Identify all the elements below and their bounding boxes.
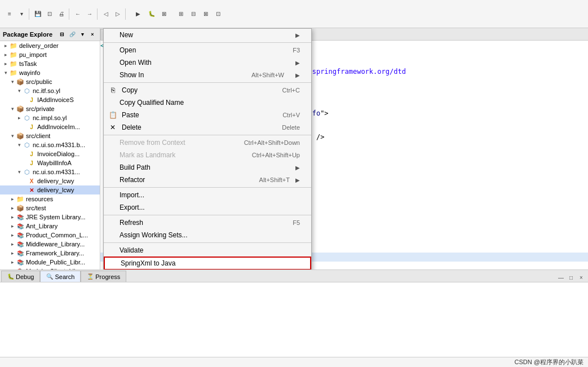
toggle-jre[interactable]: ▸ <box>9 214 16 220</box>
tree-item-product-common[interactable]: ▸ 📚 Product_Common_L... <box>0 231 100 240</box>
tree-item-delivery-lcwy2[interactable]: ✕ delivery_lcwy <box>0 185 100 194</box>
tree-item-iadd[interactable]: J IAddInvoiceS <box>0 95 100 104</box>
toolbar-btn-m1[interactable]: ⊞ <box>175 8 187 20</box>
toolbar-btn-r3[interactable]: ⊠ <box>158 8 170 20</box>
toggle-src-test[interactable]: ▸ <box>9 205 16 211</box>
run-btn[interactable]: ▶ <box>131 8 145 20</box>
tree-item-wayinfo[interactable]: ▾ 📁 wayinfo <box>0 68 100 77</box>
toolbar-btn-back[interactable]: ← <box>72 8 83 20</box>
tab-search[interactable]: 🔍 Search <box>40 271 81 282</box>
toolbar-btn-prev[interactable]: ◁ <box>100 8 112 20</box>
tree-item-pu-import[interactable]: ▸ 📁 pu_import <box>0 50 100 59</box>
toggle-middleware[interactable]: ▸ <box>9 241 16 247</box>
tree-item-ant[interactable]: ▸ 📚 Ant_Library <box>0 222 100 231</box>
tree-item-jre[interactable]: ▸ 📚 JRE System Library... <box>0 213 100 222</box>
minimize-icon[interactable]: — <box>556 273 565 282</box>
toolbar-btn-print[interactable]: 🖨 <box>56 8 67 20</box>
tree-item-module-public[interactable]: ▸ 📚 Module_Public_Libr... <box>0 258 100 267</box>
tree-item-src-test[interactable]: ▸ 📦 src/test <box>0 204 100 213</box>
tree-item-delivery-order[interactable]: ▸ 📁 delivery_order <box>0 41 100 50</box>
tree-item-nc-ui-b[interactable]: ▾ ⬡ nc.ui.so.m4331.b... <box>0 140 100 149</box>
menu-item-assign-ws[interactable]: Assign Working Sets... <box>104 229 311 241</box>
menu-label-show-in: Show In <box>120 71 144 79</box>
view-menu-icon[interactable]: ▾ <box>78 30 87 39</box>
toolbar-btn-m3[interactable]: ⊠ <box>200 8 211 20</box>
tree-item-addinvoice[interactable]: J AddInvoiceIm... <box>0 122 100 131</box>
toolbar-btn-save-all[interactable]: ⊡ <box>44 8 55 20</box>
toolbar-btn-2[interactable]: ▾ <box>16 8 27 20</box>
menu-item-refresh[interactable]: Refresh F5 <box>104 216 311 229</box>
close-panel-icon[interactable]: × <box>88 30 97 39</box>
tree-item-src-private[interactable]: ▾ 📦 src/private <box>0 104 100 113</box>
toggle-delivery-order[interactable]: ▸ <box>2 43 9 48</box>
menu-item-open[interactable]: Open F3 <box>104 44 311 56</box>
arrow-build: ▶ <box>295 165 300 171</box>
bottom-tab-icons: — □ × <box>556 273 588 282</box>
toggle-pu-import[interactable]: ▸ <box>2 52 9 58</box>
xml-x-icon: ✕ <box>27 186 36 194</box>
toggle-nc-itf[interactable]: ▾ <box>16 88 23 94</box>
menu-item-build-path[interactable]: Build Path ▶ <box>104 161 311 174</box>
menu-label-spring-xml: SpringXml to Java <box>121 259 175 267</box>
menu-item-spring-xml[interactable]: SpringXml to Java <box>104 257 311 269</box>
toggle-src-public[interactable]: ▾ <box>9 79 16 85</box>
collapse-all-icon[interactable]: ⊟ <box>58 30 67 39</box>
tree-item-nc-impl[interactable]: ▸ ⬡ nc.impl.so.yl <box>0 113 100 122</box>
library-icon-mp: 📚 <box>16 258 25 266</box>
tab-progress[interactable]: ⏳ Progress <box>81 271 126 282</box>
tree-item-waybill[interactable]: J WaybillInfoA <box>0 158 100 167</box>
tree-label-pu: pu_import <box>19 51 47 58</box>
menu-item-refactor[interactable]: Refactor Alt+Shift+T ▶ <box>104 174 311 186</box>
toolbar-btn-m4[interactable]: ⊡ <box>213 8 224 20</box>
panel-header-left: Package Explore <box>3 31 52 38</box>
tree-label-inv-dlg: InvoiceDialog... <box>37 151 79 157</box>
toggle-resources[interactable]: ▸ <box>9 196 16 202</box>
close-bottom-icon[interactable]: × <box>577 273 586 282</box>
tree-item-middleware[interactable]: ▸ 📚 Middleware_Library... <box>0 240 100 249</box>
toggle-nc-ui-m4331-2[interactable]: ▾ <box>16 169 23 175</box>
toolbar-btn-m2[interactable]: ⊟ <box>188 8 199 20</box>
toggle-nc-impl[interactable]: ▸ <box>16 115 23 121</box>
panel-header: Package Explore ⊟ 🔗 ▾ × <box>0 28 100 41</box>
toolbar-btn-save[interactable]: 💾 <box>32 8 43 20</box>
toggle-module-client[interactable]: ▸ <box>9 268 16 269</box>
tab-debug[interactable]: 🐛 Debug <box>1 271 40 282</box>
tree-label-src-priv: src/private <box>26 105 55 112</box>
toggle-nc-ui-b[interactable]: ▾ <box>16 142 23 148</box>
tree-item-nc-itf[interactable]: ▾ ⬡ nc.itf.so.yl <box>0 86 100 95</box>
toggle-ant[interactable]: ▸ <box>9 223 16 229</box>
tree-item-module-client[interactable]: ▸ 📚 Module_Client_Libr... <box>0 267 100 269</box>
debug-btn[interactable]: 🐛 <box>146 8 157 20</box>
menu-item-paste[interactable]: 📋 Paste Ctrl+V <box>104 109 311 121</box>
toggle-src-client[interactable]: ▾ <box>9 133 16 139</box>
menu-item-show-in[interactable]: Show In Alt+Shift+W ▶ <box>104 69 311 81</box>
menu-item-validate[interactable]: Validate <box>104 244 311 257</box>
menu-item-open-with[interactable]: Open With ▶ <box>104 56 311 69</box>
menu-item-import[interactable]: Import... <box>104 189 311 201</box>
tree-item-nc-ui-m4331-2[interactable]: ▾ ⬡ nc.ui.so.m4331... <box>0 167 100 176</box>
toggle-module-pub[interactable]: ▸ <box>9 259 16 265</box>
link-editor-icon[interactable]: 🔗 <box>68 30 77 39</box>
toolbar-btn-next[interactable]: ▷ <box>112 8 123 20</box>
tree-item-tstask[interactable]: ▸ 📁 tsTask <box>0 59 100 68</box>
tree-item-framework[interactable]: ▸ 📚 Framework_Library... <box>0 249 100 258</box>
menu-item-delete[interactable]: ✕ Delete Delete <box>104 121 311 134</box>
menu-item-export[interactable]: Export... <box>104 201 311 214</box>
toolbar-btn-fwd[interactable]: → <box>84 8 95 20</box>
tree-item-resources[interactable]: ▸ 📁 resources <box>0 194 100 204</box>
toggle-tstask[interactable]: ▸ <box>2 61 9 67</box>
tree-item-delivery-lcwy1[interactable]: X delivery_lcwy <box>0 176 100 185</box>
menu-label-refactor: Refactor <box>120 176 145 184</box>
maximize-icon[interactable]: □ <box>567 273 576 282</box>
toggle-framework[interactable]: ▸ <box>9 250 16 256</box>
menu-item-copy[interactable]: ⎘ Copy Ctrl+C <box>104 84 311 96</box>
tree-item-invoicedialog[interactable]: J InvoiceDialog... <box>0 149 100 158</box>
toolbar-btn-1[interactable]: ≡ <box>4 8 15 20</box>
tree-item-src-public[interactable]: ▾ 📦 src/public <box>0 77 100 86</box>
menu-item-copy-qualified[interactable]: Copy Qualified Name <box>104 96 311 109</box>
toggle-src-private[interactable]: ▾ <box>9 106 16 112</box>
tree-item-src-client[interactable]: ▾ 📦 src/client <box>0 131 100 140</box>
toggle-product[interactable]: ▸ <box>9 232 16 238</box>
toggle-wayinfo[interactable]: ▾ <box>2 70 9 76</box>
menu-item-new[interactable]: New ▶ <box>104 29 311 41</box>
